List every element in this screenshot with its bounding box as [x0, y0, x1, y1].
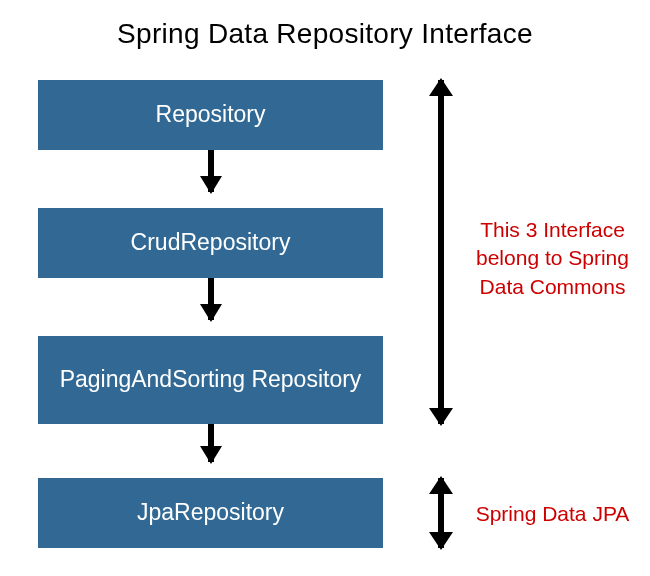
box-jpa-repository: JpaRepository [38, 478, 383, 548]
box-label: Repository [156, 101, 266, 129]
box-repository: Repository [38, 80, 383, 150]
box-paging-sorting-repository: PagingAndSorting Repository [38, 336, 383, 424]
range-arrow-commons [438, 80, 444, 424]
arrow-down-3 [208, 424, 214, 462]
box-label: CrudRepository [131, 229, 291, 257]
arrow-down-2 [208, 278, 214, 320]
box-label: PagingAndSorting Repository [60, 366, 362, 394]
annotation-jpa: Spring Data JPA [470, 500, 635, 528]
box-crud-repository: CrudRepository [38, 208, 383, 278]
arrow-down-1 [208, 150, 214, 192]
range-arrow-jpa [438, 478, 444, 548]
diagram-title: Spring Data Repository Interface [0, 18, 650, 50]
annotation-commons: This 3 Interface belong to Spring Data C… [470, 216, 635, 301]
box-label: JpaRepository [137, 499, 284, 527]
